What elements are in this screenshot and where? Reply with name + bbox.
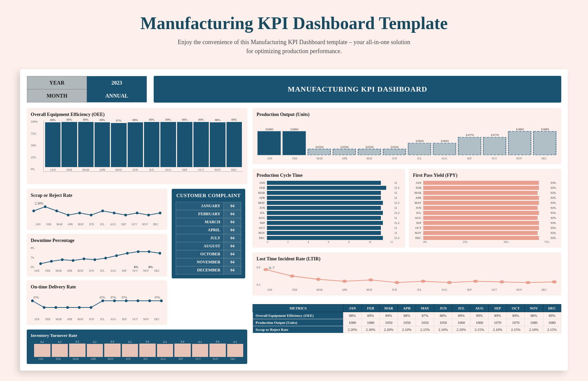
prod-output-chart: 1080108010501050105010501060106010701070… — [257, 120, 557, 160]
oee-bar-col: 89%OCT — [193, 118, 209, 171]
complaint-row: FEBRUARY04 — [176, 210, 241, 218]
ontime-chart: 97%97%97%97%97% JANFEBMARAPRMAYJUNJULAUG… — [31, 292, 163, 321]
svg-rect-36 — [258, 131, 281, 155]
inventory-bar-col: 6.4 — [139, 340, 156, 357]
page-subtitle: Enjoy the convenience of this Manufactur… — [177, 38, 411, 56]
mid-row: Scrap or Reject Rate 2.30% JANFEBMARAPRM… — [27, 189, 247, 325]
svg-point-33 — [137, 299, 139, 302]
svg-point-5 — [90, 214, 93, 217]
fpy-bar-row: OCT93% — [413, 226, 557, 230]
downtime-chart-box: Downtime Percentage 8% 7% 6% 8% — [27, 234, 167, 276]
oee-chart-box: Overall Equipment Efficiency (OEE) 100% … — [27, 108, 247, 184]
svg-text:1060: 1060 — [440, 140, 449, 142]
svg-text:1060: 1060 — [415, 140, 424, 142]
cycle-time-bar-row: DEC11.2 — [257, 236, 401, 240]
cycle-time-bar-row: SEP11.2 — [257, 221, 401, 225]
year-value: 2023 — [87, 76, 147, 89]
downtime-title: Downtime Percentage — [31, 238, 163, 243]
complaint-row: APRIL04 — [176, 226, 241, 234]
fpy-bar-row: MAR92% — [413, 191, 557, 195]
prod-output-svg: 1080108010501050105010501060106010701070… — [257, 120, 557, 157]
downtime-months: JANFEBMARAPRMAYJUNJULAUGSEPOCTNOVDEC — [31, 269, 163, 272]
cycle-time-bar-row: JAN11 — [257, 181, 401, 185]
ltir-title: Lost Time Incident Rate (LTIR) — [257, 256, 557, 262]
svg-point-62 — [316, 278, 321, 281]
svg-text:1050: 1050 — [390, 146, 399, 148]
inventory-bar-col: 6.3 — [227, 341, 244, 357]
svg-text:1070: 1070 — [490, 134, 499, 137]
svg-point-71 — [552, 280, 557, 283]
cycle-time-bar-row: MAR11 — [257, 191, 401, 195]
svg-point-15 — [72, 259, 75, 262]
svg-rect-54 — [483, 137, 506, 155]
svg-point-16 — [83, 258, 86, 260]
complaint-row: MARCH04 — [176, 218, 241, 226]
left-col: Overall Equipment Efficiency (OEE) 100% … — [27, 108, 247, 364]
oee-bar-col: 89%FEB — [61, 118, 77, 171]
fpy-bar-row: FEB93% — [413, 186, 557, 190]
svg-point-14 — [61, 258, 64, 261]
scrap-line-chart — [32, 201, 162, 221]
svg-text:0.7: 0.7 — [269, 266, 275, 270]
oee-chart: 100% 75% 50% 25% 0% 88%JAN89%FEB89%MAR88… — [31, 120, 243, 180]
complaint-box: CUSTOMER COMPLAINT JANUARY04FEBRUARY04MA… — [172, 189, 245, 325]
right-mid-row: Production Cycle Time JAN11FEB11.5MAR11A… — [253, 169, 561, 248]
cycle-time-chart: JAN11FEB11.5MAR11APR11MAY11.2JUN11JUL11.… — [257, 181, 401, 240]
inventory-title: Inventory Turnover Rate — [31, 333, 243, 338]
complaint-row: JANUARY04 — [176, 202, 241, 210]
production-output-title: Production Output (Units) — [257, 112, 557, 117]
svg-point-10 — [147, 214, 150, 217]
bottom-table: METRICSJANFEBMARAPRMAYJUNJULAUGSEPOCTNOV… — [253, 304, 561, 333]
cycle-time-bar-row: APR11 — [257, 196, 401, 200]
svg-point-2 — [55, 210, 58, 212]
inventory-bar-col: 6.3 — [192, 341, 208, 357]
svg-point-61 — [290, 274, 294, 277]
svg-point-69 — [499, 280, 504, 283]
svg-text:1050: 1050 — [315, 146, 323, 148]
svg-point-34 — [148, 299, 151, 302]
svg-point-29 — [90, 306, 92, 309]
svg-point-19 — [115, 254, 118, 257]
year-month-box: YEAR 2023 MONTH ANNUAL — [27, 76, 147, 103]
svg-point-24 — [31, 299, 34, 302]
month-value: ANNUAL — [87, 89, 147, 102]
svg-point-0 — [32, 210, 35, 212]
svg-rect-56 — [508, 131, 531, 155]
fpy-bar-row: JAN93% — [413, 181, 557, 185]
svg-point-26 — [54, 306, 57, 309]
svg-text:1080: 1080 — [516, 128, 524, 131]
ltir-box: Lost Time Incident Rate (LTIR) 0.6 0.5 0… — [253, 252, 561, 295]
scrap-chart: 2.30% JANFEBMARAPRMAYJUNJULAUGSEPOCTNOVD… — [31, 201, 163, 226]
oee-bar-col: 89%MAR — [78, 118, 94, 171]
oee-bar-col: 89%AUG — [160, 118, 176, 171]
svg-point-66 — [421, 280, 426, 283]
complaint-table: JANUARY04FEBRUARY04MARCH04APRIL04JULY04A… — [176, 202, 241, 274]
svg-point-13 — [50, 260, 53, 263]
svg-point-11 — [159, 212, 161, 214]
inventory-bar-col: 6.4 — [174, 340, 191, 357]
oee-bar-col: 87%MAY — [111, 119, 126, 171]
cycle-time-bar-row: OCT11 — [257, 226, 401, 230]
svg-point-7 — [113, 212, 116, 214]
svg-point-65 — [395, 281, 399, 284]
scrap-months: JANFEBMARAPRMAYJUNJULAUGSEPOCTNOVDEC — [32, 223, 162, 226]
cycle-time-bar-row: JUL11.2 — [257, 211, 401, 215]
fpy-chart: JAN93%FEB93%MAR92%APR93%MAY93%JUN92%JUL9… — [413, 181, 557, 240]
cycle-time-x-axis: 0 2 4 6 8 10 12 — [257, 241, 401, 244]
svg-point-21 — [137, 250, 140, 253]
svg-rect-52 — [458, 137, 481, 155]
scrap-highlight: 2.30% — [35, 202, 43, 205]
svg-point-23 — [159, 252, 161, 255]
svg-point-12 — [39, 262, 42, 265]
bottom-table-row: Production Output (Units)108010801050105… — [253, 319, 561, 326]
mid-left: Scrap or Reject Rate 2.30% JANFEBMARAPRM… — [27, 189, 167, 325]
complaint-row: NOVEMBER04 — [176, 258, 241, 266]
svg-point-68 — [473, 280, 478, 283]
fpy-box: First Pass Yield (FPY) JAN93%FEB93%MAR92… — [409, 169, 561, 248]
svg-rect-50 — [433, 143, 456, 155]
svg-point-18 — [104, 257, 107, 259]
svg-point-1 — [44, 206, 46, 208]
inventory-bar-col: 6.2 — [34, 341, 50, 357]
complaint-row: AUGUST04 — [176, 242, 241, 250]
fpy-bar-row: MAY93% — [413, 201, 557, 205]
